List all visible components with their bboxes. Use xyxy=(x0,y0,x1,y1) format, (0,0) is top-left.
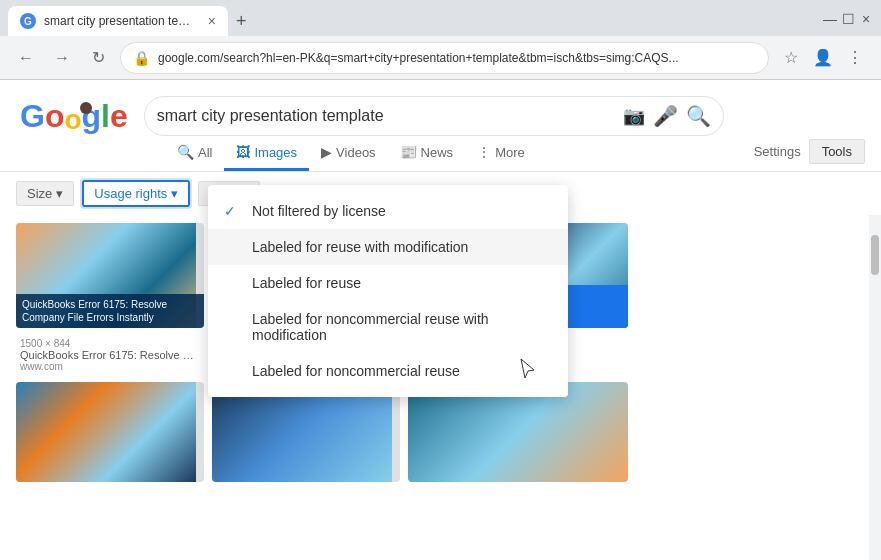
image-dimensions: 1500 × 844 xyxy=(20,338,200,349)
camera-icon[interactable]: 📷 xyxy=(623,105,645,127)
image-column-1: QuickBooks Error 6175: Resolve Company F… xyxy=(16,223,204,552)
more-icon: ⋮ xyxy=(477,144,491,160)
chevron-down-icon: ▾ xyxy=(56,186,63,201)
url-text: google.com/search?hl=en-PK&q=smart+city+… xyxy=(158,51,756,65)
minimize-button[interactable]: — xyxy=(823,11,837,25)
nav-tabs: 🔍 All 🖼 Images ▶ Videos 📰 News ⋮ Mo xyxy=(0,136,537,171)
usage-rights-dropdown: ✓ Not filtered by license Labeled for re… xyxy=(208,185,568,397)
maximize-button[interactable]: ☐ xyxy=(841,11,855,25)
news-icon: 📰 xyxy=(400,144,417,160)
dropdown-item-reuse[interactable]: Labeled for reuse xyxy=(208,265,568,301)
profile-button[interactable]: 👤 xyxy=(809,44,837,72)
tab-more[interactable]: ⋮ More xyxy=(465,136,537,171)
dropdown-item-noncommercial[interactable]: Labeled for noncommercial reuse xyxy=(208,353,568,389)
microphone-icon[interactable]: 🎤 xyxy=(653,104,678,128)
dropdown-item-reuse-modification[interactable]: Labeled for reuse with modification xyxy=(208,229,568,265)
close-button[interactable]: × xyxy=(859,11,873,25)
search-container: 📷 🎤 🔍 xyxy=(144,96,724,136)
scrollbar[interactable] xyxy=(869,215,881,560)
image-source: www.com xyxy=(20,361,200,372)
video-icon: ▶ xyxy=(321,144,332,160)
menu-button[interactable]: ⋮ xyxy=(841,44,869,72)
tab-close-btn[interactable]: × xyxy=(208,13,216,29)
chevron-down-icon: ▾ xyxy=(171,186,178,201)
image-card[interactable] xyxy=(408,382,628,482)
address-bar: ← → ↻ 🔒 google.com/search?hl=en-PK&q=sma… xyxy=(0,36,881,80)
forward-button[interactable]: → xyxy=(48,44,76,72)
google-header: Google 📷 🎤 🔍 xyxy=(0,80,881,136)
address-actions: ☆ 👤 ⋮ xyxy=(777,44,869,72)
search-box[interactable]: 📷 🎤 🔍 xyxy=(144,96,724,136)
tab-all[interactable]: 🔍 All xyxy=(165,136,224,171)
checkmark-icon: ✓ xyxy=(224,203,240,219)
image-card[interactable]: QuickBooks Error 6175: Resolve Company F… xyxy=(16,223,204,328)
title-bar: G smart city presentation template × + —… xyxy=(0,0,881,36)
tools-button[interactable]: Tools xyxy=(809,139,865,164)
dropdown-item-noncommercial-modification[interactable]: Labeled for noncommercial reuse with mod… xyxy=(208,301,568,353)
image-label: QuickBooks Error 6175: Resolve Company .… xyxy=(20,349,200,361)
tab-news[interactable]: 📰 News xyxy=(388,136,466,171)
image-thumbnail xyxy=(408,382,628,482)
search-button[interactable]: 🔍 xyxy=(686,104,711,128)
settings-link[interactable]: Settings xyxy=(754,144,801,159)
tab-title: smart city presentation template xyxy=(44,14,200,28)
lock-icon: 🔒 xyxy=(133,50,150,66)
nav-tools: Settings Tools xyxy=(754,139,881,168)
search-icon: 🔍 xyxy=(177,144,194,160)
google-logo: Google xyxy=(20,98,128,135)
tab-images[interactable]: 🖼 Images xyxy=(224,136,309,171)
new-tab-button[interactable]: + xyxy=(228,7,255,36)
nav-tabs-row: 🔍 All 🖼 Images ▶ Videos 📰 News ⋮ Mo xyxy=(0,136,881,172)
bookmark-button[interactable]: ☆ xyxy=(777,44,805,72)
image-overlay-badge: QuickBooks Error 6175: Resolve Company F… xyxy=(16,294,204,328)
search-input[interactable] xyxy=(157,107,615,125)
image-thumbnail xyxy=(16,382,196,482)
size-filter[interactable]: Size ▾ xyxy=(16,181,74,206)
back-button[interactable]: ← xyxy=(12,44,40,72)
browser-tab[interactable]: G smart city presentation template × xyxy=(8,6,228,36)
images-icon: 🖼 xyxy=(236,144,250,160)
scroll-thumb xyxy=(871,235,879,275)
image-card[interactable] xyxy=(212,382,400,482)
tab-videos[interactable]: ▶ Videos xyxy=(309,136,388,171)
image-card[interactable] xyxy=(16,382,204,482)
refresh-button[interactable]: ↻ xyxy=(84,44,112,72)
image-thumbnail xyxy=(212,382,392,482)
usage-rights-filter[interactable]: Usage rights ▾ xyxy=(82,180,190,207)
url-bar[interactable]: 🔒 google.com/search?hl=en-PK&q=smart+cit… xyxy=(120,42,769,74)
page-content: Google 📷 🎤 🔍 🔍 All xyxy=(0,80,881,560)
dropdown-item-not-filtered[interactable]: ✓ Not filtered by license xyxy=(208,193,568,229)
tab-favicon: G xyxy=(20,13,36,29)
